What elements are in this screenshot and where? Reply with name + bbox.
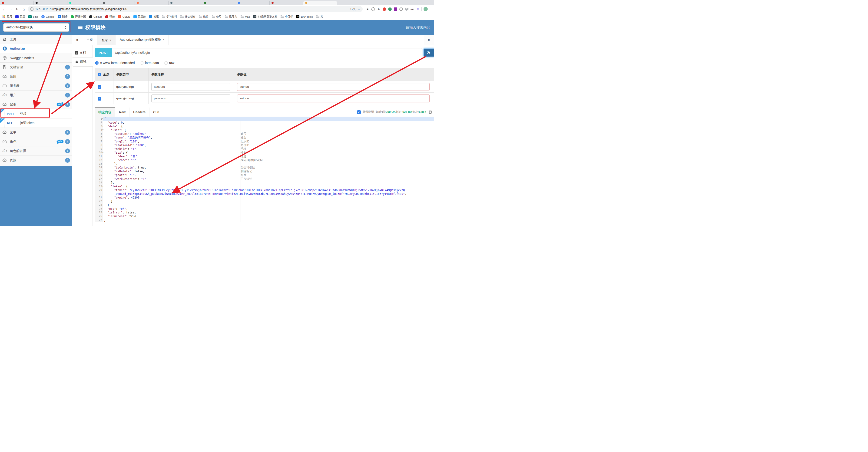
sidebar-item-资源[interactable]: API资源6 xyxy=(0,156,72,165)
body-type-option[interactable]: raw xyxy=(164,61,175,65)
browser-tab[interactable] xyxy=(67,1,101,5)
extension-icon[interactable] xyxy=(405,7,408,11)
extension-icon[interactable]: ✳ xyxy=(416,7,420,11)
line-number[interactable]: 19▼ xyxy=(95,185,103,188)
extension-icon[interactable] xyxy=(383,7,386,11)
bookmark-item[interactable]: GGoogle xyxy=(41,15,54,19)
line-number[interactable]: 13 xyxy=(95,162,103,166)
bookmark-item[interactable]: 百度 xyxy=(16,15,25,19)
translate-icon[interactable]: G文 xyxy=(350,7,356,11)
bookmark-item[interactable]: ESES搜索引擎文档 xyxy=(253,15,277,19)
param-value-input[interactable] xyxy=(237,94,430,103)
browser-tab[interactable] xyxy=(34,1,67,5)
line-number[interactable]: 6 xyxy=(95,136,103,139)
browser-tab[interactable] xyxy=(236,1,270,5)
sidebar-item-Authorize[interactable]: Authorize xyxy=(0,44,72,53)
hamburger-icon[interactable] xyxy=(78,26,83,29)
line-number[interactable]: 15 xyxy=(95,169,103,173)
row-checkbox[interactable]: ✓ xyxy=(98,97,101,101)
bookmark-item[interactable]: 小目标 xyxy=(281,15,293,19)
line-number[interactable]: 25 xyxy=(95,210,103,214)
app-tab[interactable]: 主页 xyxy=(82,35,97,45)
bookmark-item[interactable]: GitHub xyxy=(89,15,102,19)
bookmark-item[interactable]: bBing xyxy=(28,15,38,19)
bookmark-item[interactable]: 101024Tools xyxy=(296,15,313,19)
sidebar-item-应用[interactable]: API应用5 xyxy=(0,72,72,81)
bookmark-item[interactable]: 百度云 xyxy=(133,15,146,19)
sidebar-item-文档管理[interactable]: 文档管理3 xyxy=(0,63,72,72)
line-number[interactable]: 21 xyxy=(95,196,103,199)
panel-tab-文档[interactable]: 文档 xyxy=(72,49,93,57)
line-number[interactable]: 26 xyxy=(95,214,103,218)
line-number[interactable]: 14 xyxy=(95,166,103,169)
fullscreen-icon[interactable] xyxy=(429,111,432,114)
sidebar-op-post[interactable]: NEWPOST登录 xyxy=(0,109,72,118)
line-number[interactable]: 5 xyxy=(95,132,103,136)
body-type-option[interactable]: x-www-form-urlencoded xyxy=(95,61,135,65)
page-info-icon[interactable]: i xyxy=(30,7,33,11)
bookmark-item[interactable]: 学习资料 xyxy=(162,15,177,19)
tab-close-icon[interactable]: × xyxy=(110,39,111,42)
sidebar-item-角色的资源[interactable]: API角色的资源1 xyxy=(0,146,72,156)
sidebar-item-登录[interactable]: API登录NEW2 xyxy=(0,100,72,109)
extension-icon[interactable] xyxy=(399,7,403,11)
sidebar-item-服务表[interactable]: API服务表6 xyxy=(0,81,72,90)
sidebar-item-用户[interactable]: API用户9 xyxy=(0,90,72,100)
show-desc-checkbox[interactable]: ✓ xyxy=(357,110,361,114)
bookmark-item[interactable]: 微信 xyxy=(199,15,209,19)
bookmark-item[interactable]: CCSDN xyxy=(118,15,130,19)
radio-icon[interactable] xyxy=(95,61,99,65)
back-icon[interactable]: ← xyxy=(2,7,6,11)
row-checkbox[interactable]: ✓ xyxy=(98,85,101,89)
response-code-editor[interactable]: 1▼{2 "code": 0,3▼ "data": {4▼ "user": {5… xyxy=(95,117,434,222)
bookmark-item[interactable]: mac xyxy=(241,15,250,18)
forward-icon[interactable]: → xyxy=(8,7,13,11)
reload-icon[interactable]: ↻ xyxy=(15,7,20,11)
line-number[interactable]: 2 xyxy=(95,121,103,124)
extension-icon[interactable]: {…} xyxy=(371,7,375,11)
bookmark-item[interactable]: 译翻译 xyxy=(58,15,67,19)
browser-tab[interactable] xyxy=(135,1,168,5)
line-number[interactable]: 27 xyxy=(95,218,103,222)
bookmark-item[interactable]: G码云 xyxy=(105,15,115,19)
line-number[interactable]: 20 xyxy=(95,188,103,196)
line-number[interactable]: 22 xyxy=(95,199,103,203)
param-value-input[interactable] xyxy=(237,83,430,91)
sidebar-item-菜单[interactable]: API菜单7 xyxy=(0,128,72,137)
bookmark-item[interactable]: 其 xyxy=(316,15,323,19)
bookmark-item[interactable]: 公司 xyxy=(212,15,221,19)
url-text[interactable]: 127.0.0.1:8760/api/gate/doc.html#/author… xyxy=(35,7,348,11)
line-number[interactable]: 17 xyxy=(95,177,103,181)
browser-tab[interactable] xyxy=(168,1,202,5)
param-name-input[interactable] xyxy=(151,94,230,103)
home-icon[interactable]: ⌂ xyxy=(21,7,26,11)
response-tab-Curl[interactable]: Curl xyxy=(150,108,163,117)
header-search-input[interactable]: 请输入搜索内容 xyxy=(406,25,430,30)
sidebar-op-get[interactable]: NEWGET验证token xyxy=(0,118,72,128)
browser-tab[interactable] xyxy=(101,1,135,5)
module-select[interactable]: authority-权限模块 xyxy=(3,23,69,32)
browser-tab[interactable] xyxy=(202,1,236,5)
panel-tab-调试[interactable]: 调试 xyxy=(72,57,93,66)
send-button[interactable]: 发 xyxy=(423,48,434,57)
body-type-option[interactable]: form-data xyxy=(140,61,159,65)
bookmark-item[interactable]: 笔记 xyxy=(149,15,159,19)
sidebar-item-Swagger Models[interactable]: Swagger Models xyxy=(0,53,72,63)
line-number[interactable]: 24 xyxy=(95,207,103,210)
line-number[interactable]: 10▼ xyxy=(95,151,103,154)
browser-tab[interactable] xyxy=(0,1,34,5)
tabs-expand-button[interactable]: » xyxy=(424,35,434,45)
radio-icon[interactable] xyxy=(164,61,167,65)
profile-avatar[interactable] xyxy=(424,7,428,11)
extension-icon[interactable] xyxy=(394,7,397,11)
line-number[interactable]: 23 xyxy=(95,203,103,207)
extension-icon[interactable]: 图 xyxy=(366,7,369,11)
bookmark-item[interactable]: 已导入 xyxy=(225,15,237,19)
app-tab[interactable]: 登录× xyxy=(97,35,116,45)
line-number[interactable]: 16 xyxy=(95,173,103,177)
extension-icon[interactable]: GitZip xyxy=(410,7,414,11)
bookmark-item[interactable]: 什么都有 xyxy=(180,15,195,19)
line-number[interactable]: 1▼ xyxy=(95,117,103,121)
bookmark-item[interactable]: 应用 xyxy=(2,15,12,19)
line-number[interactable]: 9 xyxy=(95,147,103,151)
